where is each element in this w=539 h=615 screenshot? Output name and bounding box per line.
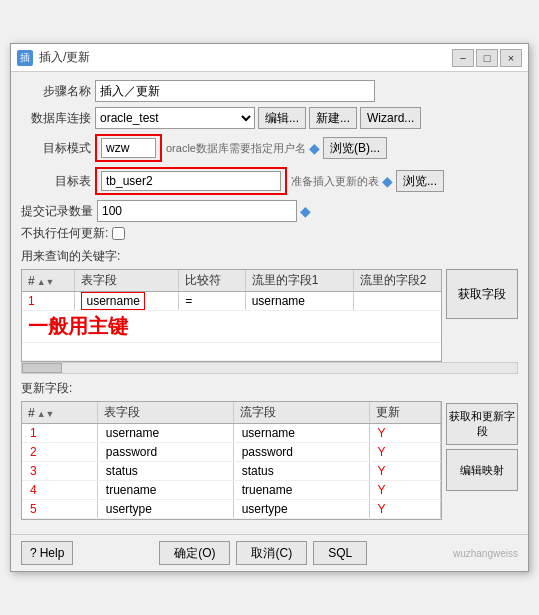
target-mode-input[interactable] [101, 138, 156, 158]
cancel-button[interactable]: 取消(C) [236, 541, 307, 565]
form-content: 步骤名称 数据库连接 oracle_test 编辑... 新建... Wizar… [11, 72, 528, 534]
update-row: 3 status status Y [22, 462, 441, 481]
upd-row-update: Y [369, 424, 440, 443]
upd-col-table-field-header: 表字段 [97, 402, 233, 424]
question-icon: ? [30, 546, 37, 560]
keyword-scrollbar[interactable] [21, 362, 518, 374]
keyword-row-empty2 [22, 343, 442, 361]
col-flow-field1-header: 流里的字段1 [245, 270, 353, 292]
target-mode-box [95, 134, 162, 162]
new-db-button[interactable]: 新建... [309, 107, 357, 129]
footer-help: ? Help [21, 541, 73, 565]
minimize-button[interactable]: − [452, 49, 474, 67]
target-mode-hint: oracle数据库需要指定用户名 [166, 141, 306, 156]
titlebar-buttons: − □ × [452, 49, 522, 67]
target-table-input[interactable] [101, 171, 281, 191]
window-title: 插入/更新 [39, 49, 452, 66]
db-connection-label: 数据库连接 [21, 110, 91, 127]
kw-row1-flow1: username [245, 292, 353, 311]
keyword-table-container: #▲▼ 表字段 比较符 流里的字段1 流里的字段2 1 username = u [21, 269, 442, 362]
update-table-container: #▲▼ 表字段 流字段 更新 1 username username Y 2 p… [21, 401, 442, 520]
upd-row-num: 4 [30, 483, 37, 497]
target-table-diamond-icon: ◆ [382, 173, 393, 189]
target-mode-diamond-icon: ◆ [309, 140, 320, 156]
main-window: 插 插入/更新 − □ × 步骤名称 数据库连接 oracle_test 编辑.… [10, 43, 529, 572]
commit-diamond-icon: ◆ [300, 203, 311, 219]
upd-row-num: 2 [30, 445, 37, 459]
db-connection-row: 数据库连接 oracle_test 编辑... 新建... Wizard... [21, 107, 518, 129]
upd-col-flow-field-header: 流字段 [233, 402, 369, 424]
edit-db-button[interactable]: 编辑... [258, 107, 306, 129]
watermark-text: wuzhangweiss [453, 548, 518, 559]
upd-row-flow-field: status [233, 462, 369, 481]
browse-b-button[interactable]: 浏览(B)... [323, 137, 387, 159]
col-num-header: #▲▼ [22, 270, 75, 292]
upd-row-update: Y [369, 443, 440, 462]
commit-label: 提交记录数量 [21, 203, 93, 220]
update-table: #▲▼ 表字段 流字段 更新 1 username username Y 2 p… [22, 402, 441, 519]
no-update-row: 不执行任何更新: [21, 225, 518, 242]
upd-row-flow-field: password [233, 443, 369, 462]
get-fields-button[interactable]: 获取字段 [446, 269, 518, 319]
keyword-row-empty: 一般用主键 [22, 311, 442, 343]
upd-row-flow-field: truename [233, 481, 369, 500]
upd-row-table-field: truename [97, 481, 233, 500]
no-update-label: 不执行任何更新: [21, 225, 108, 242]
target-table-box [95, 167, 287, 195]
update-row: 1 username username Y [22, 424, 441, 443]
kw-row1-num: 1 [28, 294, 35, 308]
ok-button[interactable]: 确定(O) [159, 541, 230, 565]
update-row: 2 password password Y [22, 443, 441, 462]
target-table-label: 目标表 [21, 173, 91, 190]
wizard-button[interactable]: Wizard... [360, 107, 421, 129]
upd-row-num: 5 [30, 502, 37, 516]
update-table-wrapper: #▲▼ 表字段 流字段 更新 1 username username Y 2 p… [21, 401, 518, 520]
upd-row-table-field: username [97, 424, 233, 443]
update-buttons: 获取和更新字段 编辑映射 [446, 401, 518, 520]
window-icon: 插 [17, 50, 33, 66]
target-mode-row: 目标模式 oracle数据库需要指定用户名 ◆ 浏览(B)... [21, 134, 518, 162]
db-connection-select[interactable]: oracle_test [95, 107, 255, 129]
target-table-hint: 准备插入更新的表 [291, 174, 379, 189]
upd-row-num: 3 [30, 464, 37, 478]
get-update-fields-button[interactable]: 获取和更新字段 [446, 403, 518, 445]
edit-mapping-button[interactable]: 编辑映射 [446, 449, 518, 491]
keyword-section-label: 用来查询的关键字: [21, 248, 518, 265]
upd-row-flow-field: usertype [233, 500, 369, 519]
no-update-checkbox[interactable] [112, 227, 125, 240]
target-mode-label: 目标模式 [21, 140, 91, 157]
col-compare-header: 比较符 [179, 270, 246, 292]
col-table-field-header: 表字段 [75, 270, 179, 292]
commit-input[interactable] [97, 200, 297, 222]
kw-row1-table-field: username [81, 292, 144, 310]
update-row: 4 truename truename Y [22, 481, 441, 500]
keyword-row-1: 1 username = username [22, 292, 442, 311]
kw-row1-flow2 [353, 292, 442, 311]
browse-table-button[interactable]: 浏览... [396, 170, 444, 192]
upd-row-table-field: password [97, 443, 233, 462]
upd-row-update: Y [369, 500, 440, 519]
upd-col-num-header: #▲▼ [22, 402, 97, 424]
footer: ? Help 确定(O) 取消(C) SQL wuzhangweiss [11, 534, 528, 571]
sql-button[interactable]: SQL [313, 541, 367, 565]
step-name-label: 步骤名称 [21, 83, 91, 100]
commit-row: 提交记录数量 ◆ [21, 200, 518, 222]
step-name-input[interactable] [95, 80, 375, 102]
upd-row-num: 1 [30, 426, 37, 440]
titlebar: 插 插入/更新 − □ × [11, 44, 528, 72]
upd-row-table-field: status [97, 462, 233, 481]
upd-col-update-header: 更新 [369, 402, 440, 424]
general-key-text: 一般用主键 [28, 315, 128, 337]
update-section: 更新字段: #▲▼ 表字段 流字段 更新 [21, 380, 518, 520]
help-button[interactable]: ? Help [21, 541, 73, 565]
close-button[interactable]: × [500, 49, 522, 67]
upd-row-flow-field: username [233, 424, 369, 443]
update-section-label: 更新字段: [21, 380, 518, 397]
upd-row-update: Y [369, 481, 440, 500]
maximize-button[interactable]: □ [476, 49, 498, 67]
col-flow-field2-header: 流里的字段2 [353, 270, 442, 292]
upd-row-update: Y [369, 462, 440, 481]
scrollbar-thumb [22, 363, 62, 373]
step-name-row: 步骤名称 [21, 80, 518, 102]
get-fields-btn-wrapper: 获取字段 [446, 269, 518, 362]
